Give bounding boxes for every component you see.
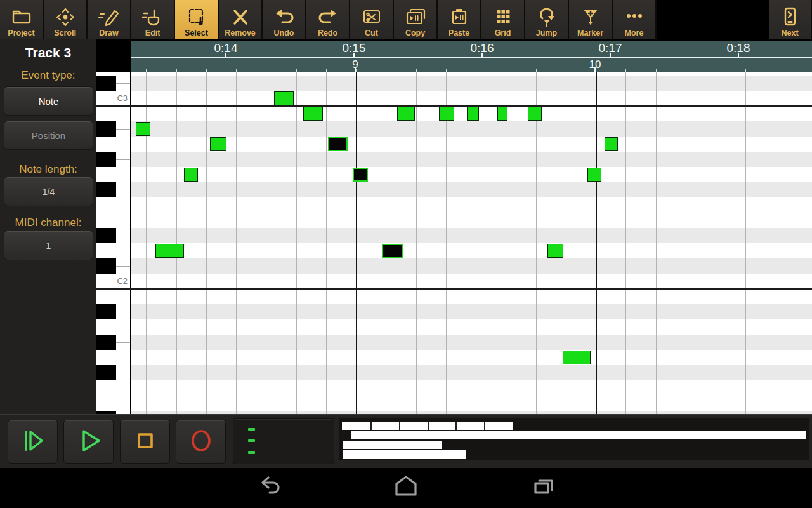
nav-back-icon	[256, 474, 282, 502]
grid-line	[745, 72, 746, 414]
midi-note[interactable]	[587, 168, 601, 182]
back-nav-button[interactable]	[246, 471, 292, 504]
timeline-separator	[131, 57, 812, 58]
white-key-divider	[116, 129, 130, 130]
android-navbar	[0, 468, 812, 508]
play-button[interactable]	[63, 420, 114, 464]
toolbar-button-more[interactable]: More	[613, 0, 655, 39]
toolbar-spacer	[657, 0, 769, 39]
grid-left-border	[130, 72, 131, 414]
octave-line	[96, 288, 812, 290]
midi-note[interactable]	[303, 107, 323, 121]
piano-keyboard[interactable]: C3C2	[96, 72, 130, 414]
midi-note[interactable]	[155, 244, 184, 258]
midi-note[interactable]	[397, 107, 415, 121]
nav-home-icon	[393, 474, 419, 502]
midi-note[interactable]	[605, 137, 618, 151]
grid-line	[296, 72, 297, 414]
toolbar-button-cut[interactable]: Cut	[350, 0, 393, 39]
home-nav-button[interactable]	[383, 471, 429, 504]
piano-black-key[interactable]	[96, 258, 116, 274]
more-icon	[622, 6, 647, 29]
piano-black-key[interactable]	[96, 76, 116, 91]
piano-black-key[interactable]	[96, 365, 116, 380]
piano-black-key[interactable]	[96, 228, 116, 243]
midi-channel-button[interactable]: 1	[4, 231, 93, 260]
x-icon	[228, 6, 253, 29]
meter-dash	[248, 439, 255, 442]
toolbar-button-label: Grid	[495, 29, 511, 37]
black-key-row-stripe	[130, 152, 812, 167]
record-button[interactable]	[176, 420, 226, 464]
timeline-second-tick	[353, 53, 355, 57]
overview-track-bar	[342, 422, 513, 430]
midi-note[interactable]	[547, 244, 563, 258]
toolbar-button-label: Draw	[99, 29, 119, 37]
toolbar-button-undo[interactable]: Undo	[263, 0, 305, 39]
overview-track-bar	[343, 450, 466, 459]
grid-line	[326, 72, 327, 414]
grid-line	[476, 72, 476, 414]
black-key-row-stripe	[130, 76, 812, 91]
midi-note[interactable]	[497, 107, 508, 121]
midi-note[interactable]	[467, 107, 479, 121]
timeline-second-tick	[225, 53, 226, 57]
toolbar-button-grid[interactable]: Grid	[481, 0, 524, 39]
midi-note-selected[interactable]	[353, 168, 368, 182]
paste-icon	[447, 6, 472, 29]
redo-icon	[315, 6, 341, 29]
black-key-row-stripe	[130, 182, 812, 197]
piano-black-key[interactable]	[96, 152, 116, 167]
toolbar-button-select[interactable]: Select	[175, 0, 218, 39]
black-key-row-stripe	[130, 335, 812, 350]
position-button[interactable]: Position	[4, 121, 93, 150]
midi-note[interactable]	[563, 351, 591, 364]
toolbar-button-edit[interactable]: Edit	[131, 0, 174, 39]
piano-key-label: C3	[117, 93, 128, 103]
midi-note[interactable]	[274, 91, 294, 105]
toolbar-button-label: More	[625, 29, 644, 37]
app-screen: ProjectScrollDrawEditSelectRemoveUndoRed…	[0, 0, 812, 508]
toolbar-button-remove[interactable]: Remove	[219, 0, 261, 39]
piano-black-key[interactable]	[96, 304, 116, 319]
piano-black-key[interactable]	[96, 182, 116, 197]
toolbar-button-draw[interactable]: Draw	[88, 0, 130, 39]
song-overview-panel[interactable]	[339, 418, 809, 460]
midi-note[interactable]	[528, 107, 542, 121]
stop-button[interactable]	[120, 420, 170, 464]
grid-line	[416, 72, 417, 414]
pencil-icon	[96, 6, 122, 29]
toolbar-button-scroll[interactable]: Scroll	[44, 0, 86, 39]
toolbar-button-paste[interactable]: Paste	[438, 0, 480, 39]
timeline-ruler[interactable]: 0:140:150:160:170:18910	[96, 39, 812, 72]
grid-line	[776, 72, 776, 414]
toolbar-button-label: Cut	[365, 29, 378, 37]
midi-note[interactable]	[136, 122, 150, 136]
midi-note-selected[interactable]	[328, 137, 348, 151]
recents-nav-button[interactable]	[521, 471, 566, 504]
midi-note[interactable]	[439, 107, 454, 121]
timeline-second-tick	[610, 53, 611, 57]
toolbar-button-jump[interactable]: Jump	[525, 0, 568, 39]
level-meter-panel[interactable]	[233, 418, 334, 464]
note-grid[interactable]	[130, 72, 812, 414]
toolbar-button-project[interactable]: Project	[0, 0, 43, 39]
midi-note-selected[interactable]	[382, 244, 403, 258]
note-length-button[interactable]: 1/4	[4, 177, 93, 206]
midi-note[interactable]	[210, 137, 226, 151]
play-from-start-button[interactable]	[8, 420, 58, 464]
toolbar-button-redo[interactable]: Redo	[306, 0, 349, 39]
toolbar-button-next[interactable]: Next	[769, 0, 811, 39]
nav-recents-icon	[531, 474, 556, 502]
track-title: Track 3	[0, 45, 96, 60]
toolbar-button-marker[interactable]: Marker	[569, 0, 612, 39]
piano-black-key[interactable]	[96, 121, 116, 137]
toolbar-button-label: Jump	[536, 29, 557, 37]
black-key-row-stripe	[130, 258, 812, 274]
overview-track-bar	[343, 441, 442, 449]
midi-note[interactable]	[184, 168, 198, 182]
toolbar-button-copy[interactable]: Copy	[394, 0, 436, 39]
event-type-button[interactable]: Note	[4, 86, 93, 116]
toolbar-button-label: Edit	[145, 29, 160, 37]
piano-black-key[interactable]	[96, 335, 116, 350]
